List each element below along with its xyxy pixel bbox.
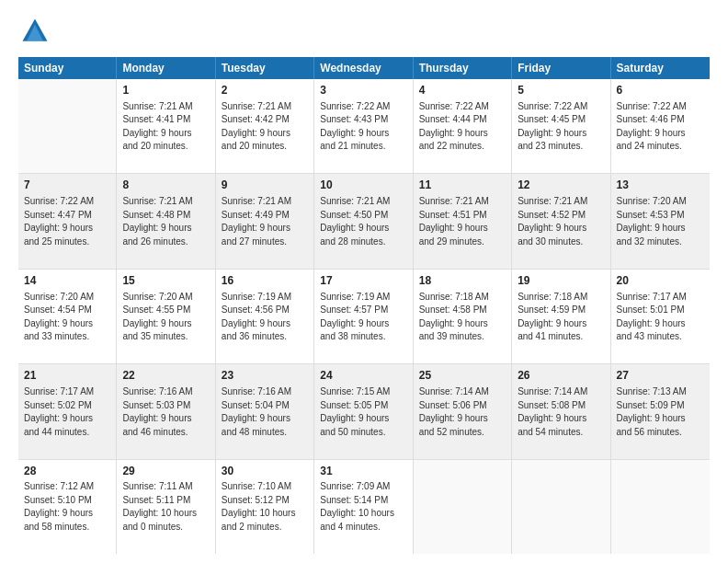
calendar-header: SundayMondayTuesdayWednesdayThursdayFrid… bbox=[18, 57, 710, 79]
weekday-header-sunday: Sunday bbox=[18, 57, 117, 79]
cell-info-line: and 21 minutes. bbox=[320, 140, 406, 154]
cell-info-line: Sunrise: 7:22 AM bbox=[419, 100, 506, 114]
cell-info-line: and 58 minutes. bbox=[24, 521, 110, 534]
day-number: 21 bbox=[24, 368, 110, 384]
day-number: 25 bbox=[419, 368, 506, 384]
calendar-day-empty bbox=[414, 460, 512, 554]
calendar-day-25: 25Sunrise: 7:14 AMSunset: 5:06 PMDayligh… bbox=[414, 364, 512, 458]
cell-info-line: and 33 minutes. bbox=[24, 330, 110, 344]
day-number: 13 bbox=[617, 178, 704, 193]
cell-info-line: Daylight: 9 hours bbox=[222, 412, 308, 426]
cell-info-line: Sunrise: 7:18 AM bbox=[518, 291, 604, 304]
day-number: 5 bbox=[518, 83, 604, 98]
cell-info-line: Sunset: 5:08 PM bbox=[518, 399, 604, 413]
calendar-day-empty bbox=[18, 79, 117, 173]
cell-info-line: Daylight: 9 hours bbox=[617, 127, 704, 141]
logo bbox=[18, 15, 55, 48]
cell-info-line: Sunset: 5:04 PM bbox=[222, 399, 308, 413]
cell-info-line: Sunset: 5:12 PM bbox=[222, 494, 308, 508]
calendar-week-3: 14Sunrise: 7:20 AMSunset: 4:54 PMDayligh… bbox=[18, 270, 710, 364]
cell-info-line: Sunrise: 7:14 AM bbox=[419, 385, 506, 399]
cell-info-line: Sunrise: 7:11 AM bbox=[122, 480, 209, 494]
calendar-day-empty bbox=[512, 460, 610, 554]
day-number: 30 bbox=[222, 464, 308, 479]
cell-info-line: Daylight: 9 hours bbox=[222, 127, 308, 141]
cell-info-line: and 24 minutes. bbox=[617, 140, 704, 154]
cell-info-line: and 27 minutes. bbox=[222, 236, 308, 249]
day-number: 18 bbox=[419, 273, 506, 289]
calendar-day-30: 30Sunrise: 7:10 AMSunset: 5:12 PMDayligh… bbox=[216, 460, 314, 554]
day-number: 24 bbox=[320, 368, 406, 384]
cell-info-line: and 56 minutes. bbox=[617, 426, 704, 440]
calendar-day-27: 27Sunrise: 7:13 AMSunset: 5:09 PMDayligh… bbox=[611, 364, 710, 458]
cell-info-line: Sunrise: 7:19 AM bbox=[320, 291, 406, 304]
cell-info-line: Sunset: 4:45 PM bbox=[518, 113, 604, 127]
calendar: SundayMondayTuesdayWednesdayThursdayFrid… bbox=[18, 57, 710, 554]
cell-info-line: Daylight: 9 hours bbox=[518, 412, 604, 426]
day-number: 8 bbox=[122, 178, 209, 193]
cell-info-line: Daylight: 9 hours bbox=[617, 222, 704, 236]
cell-info-line: Daylight: 9 hours bbox=[24, 507, 110, 521]
day-number: 26 bbox=[518, 368, 604, 384]
cell-info-line: Sunset: 4:41 PM bbox=[122, 113, 209, 127]
day-number: 11 bbox=[419, 178, 506, 193]
cell-info-line: and 28 minutes. bbox=[320, 236, 406, 249]
weekday-header-friday: Friday bbox=[512, 57, 610, 79]
cell-info-line: Sunrise: 7:22 AM bbox=[320, 100, 406, 114]
day-number: 17 bbox=[320, 273, 406, 289]
calendar-day-12: 12Sunrise: 7:21 AMSunset: 4:52 PMDayligh… bbox=[512, 174, 610, 268]
cell-info-line: Daylight: 9 hours bbox=[320, 127, 406, 141]
cell-info-line: Sunrise: 7:21 AM bbox=[419, 195, 506, 209]
cell-info-line: Sunset: 4:56 PM bbox=[222, 304, 308, 317]
cell-info-line: Sunrise: 7:21 AM bbox=[122, 100, 209, 114]
cell-info-line: and 4 minutes. bbox=[320, 521, 406, 534]
cell-info-line: Daylight: 10 hours bbox=[122, 507, 209, 521]
cell-info-line: Sunset: 5:02 PM bbox=[24, 399, 110, 413]
calendar-day-26: 26Sunrise: 7:14 AMSunset: 5:08 PMDayligh… bbox=[512, 364, 610, 458]
cell-info-line: Daylight: 9 hours bbox=[122, 222, 209, 236]
calendar-day-22: 22Sunrise: 7:16 AMSunset: 5:03 PMDayligh… bbox=[117, 364, 215, 458]
cell-info-line: Sunrise: 7:16 AM bbox=[122, 385, 209, 399]
calendar-day-11: 11Sunrise: 7:21 AMSunset: 4:51 PMDayligh… bbox=[414, 174, 512, 268]
cell-info-line: and 46 minutes. bbox=[122, 426, 209, 440]
cell-info-line: and 25 minutes. bbox=[24, 236, 110, 249]
cell-info-line: and 41 minutes. bbox=[518, 330, 604, 344]
cell-info-line: Daylight: 9 hours bbox=[24, 412, 110, 426]
cell-info-line: and 26 minutes. bbox=[122, 236, 209, 249]
cell-info-line: Sunrise: 7:21 AM bbox=[518, 195, 604, 209]
cell-info-line: and 36 minutes. bbox=[222, 330, 308, 344]
cell-info-line: Sunrise: 7:21 AM bbox=[222, 100, 308, 114]
day-number: 29 bbox=[122, 464, 209, 479]
cell-info-line: Sunset: 4:49 PM bbox=[222, 209, 308, 223]
cell-info-line: Sunrise: 7:15 AM bbox=[320, 385, 406, 399]
calendar-day-7: 7Sunrise: 7:22 AMSunset: 4:47 PMDaylight… bbox=[18, 174, 117, 268]
calendar-day-28: 28Sunrise: 7:12 AMSunset: 5:10 PMDayligh… bbox=[18, 460, 117, 554]
cell-info-line: Sunrise: 7:20 AM bbox=[122, 291, 209, 304]
cell-info-line: Daylight: 9 hours bbox=[617, 412, 704, 426]
calendar-day-3: 3Sunrise: 7:22 AMSunset: 4:43 PMDaylight… bbox=[314, 79, 413, 173]
cell-info-line: Sunset: 5:10 PM bbox=[24, 494, 110, 508]
calendar-day-empty bbox=[611, 460, 710, 554]
cell-info-line: Daylight: 9 hours bbox=[419, 222, 506, 236]
cell-info-line: and 32 minutes. bbox=[617, 236, 704, 249]
cell-info-line: Sunrise: 7:19 AM bbox=[222, 291, 308, 304]
cell-info-line: and 2 minutes. bbox=[222, 521, 308, 534]
cell-info-line: Sunrise: 7:21 AM bbox=[122, 195, 209, 209]
calendar-day-18: 18Sunrise: 7:18 AMSunset: 4:58 PMDayligh… bbox=[414, 270, 512, 363]
calendar-body: 1Sunrise: 7:21 AMSunset: 4:41 PMDaylight… bbox=[18, 79, 710, 554]
page: SundayMondayTuesdayWednesdayThursdayFrid… bbox=[0, 0, 728, 563]
calendar-day-1: 1Sunrise: 7:21 AMSunset: 4:41 PMDaylight… bbox=[117, 79, 215, 173]
cell-info-line: and 39 minutes. bbox=[419, 330, 506, 344]
cell-info-line: Sunrise: 7:09 AM bbox=[320, 480, 406, 494]
cell-info-line: Sunrise: 7:14 AM bbox=[518, 385, 604, 399]
cell-info-line: Sunrise: 7:20 AM bbox=[24, 291, 110, 304]
weekday-header-monday: Monday bbox=[117, 57, 215, 79]
calendar-day-8: 8Sunrise: 7:21 AMSunset: 4:48 PMDaylight… bbox=[117, 174, 215, 268]
calendar-week-1: 1Sunrise: 7:21 AMSunset: 4:41 PMDaylight… bbox=[18, 79, 710, 174]
cell-info-line: and 54 minutes. bbox=[518, 426, 604, 440]
day-number: 6 bbox=[617, 83, 704, 98]
cell-info-line: and 20 minutes. bbox=[122, 140, 209, 154]
day-number: 4 bbox=[419, 83, 506, 98]
calendar-day-19: 19Sunrise: 7:18 AMSunset: 4:59 PMDayligh… bbox=[512, 270, 610, 363]
cell-info-line: Daylight: 9 hours bbox=[222, 222, 308, 236]
